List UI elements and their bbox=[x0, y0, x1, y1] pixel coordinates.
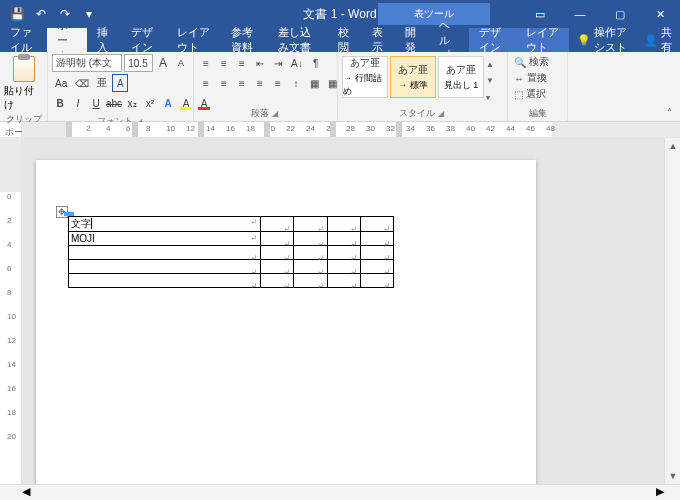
phonetic-guide-button[interactable]: 亜 bbox=[94, 74, 110, 92]
italic-button[interactable]: I bbox=[70, 94, 86, 112]
shading-button[interactable]: ▦ bbox=[306, 74, 322, 92]
table-cell[interactable]: ⤶ bbox=[294, 246, 327, 260]
scroll-up-button[interactable]: ▲ bbox=[665, 138, 680, 154]
table-cell[interactable]: ⤶ bbox=[327, 246, 360, 260]
table-cell[interactable]: ⤶ bbox=[360, 232, 393, 246]
line-spacing-button[interactable]: ↕ bbox=[288, 74, 304, 92]
tab-mailings[interactable]: 差し込み文書 bbox=[268, 28, 328, 52]
table-cell[interactable]: ⤶ bbox=[327, 260, 360, 274]
table-cell[interactable]: ⤶ bbox=[69, 246, 261, 260]
style-heading1[interactable]: あア亜 見出し 1 bbox=[438, 56, 484, 98]
styles-expand[interactable]: ▾ bbox=[486, 93, 498, 102]
strikethrough-button[interactable]: abc bbox=[106, 94, 122, 112]
maximize-button[interactable]: ▢ bbox=[600, 0, 640, 28]
scroll-h-track[interactable] bbox=[30, 485, 656, 500]
minimize-button[interactable]: — bbox=[560, 0, 600, 28]
table-row[interactable]: MOJI⤶⤶⤶⤶⤶ bbox=[69, 232, 394, 246]
replace-button[interactable]: ↔置換 bbox=[512, 70, 563, 86]
table-cell[interactable]: ⤶ bbox=[360, 260, 393, 274]
page[interactable]: ✥ 文字⤶⤶⤶⤶⤶MOJI⤶⤶⤶⤶⤶⤶⤶⤶⤶⤶⤶⤶⤶⤶⤶⤶⤶⤶⤶⤶ bbox=[36, 160, 536, 484]
font-name-combo[interactable]: 游明朝 (本文 bbox=[52, 54, 122, 72]
multilevel-list-button[interactable]: ≡ bbox=[234, 54, 250, 72]
increase-indent-button[interactable]: ⇥ bbox=[270, 54, 286, 72]
table-row[interactable]: ⤶⤶⤶⤶⤶ bbox=[69, 246, 394, 260]
collapse-ribbon-button[interactable]: ˄ bbox=[660, 105, 678, 119]
bullets-button[interactable]: ≡ bbox=[198, 54, 214, 72]
table-row[interactable]: ⤶⤶⤶⤶⤶ bbox=[69, 260, 394, 274]
text-effects-button[interactable]: A bbox=[160, 94, 176, 112]
horizontal-ruler[interactable]: 0246810121416182022242628303234363840424… bbox=[22, 122, 680, 137]
justify-button[interactable]: ≡ bbox=[252, 74, 268, 92]
numbering-button[interactable]: ≡ bbox=[216, 54, 232, 72]
tab-file[interactable]: ファイル bbox=[0, 28, 47, 52]
paragraph-launcher[interactable]: ◢ bbox=[272, 109, 280, 118]
table-row[interactable]: ⤶⤶⤶⤶⤶ bbox=[69, 274, 394, 288]
table-cell[interactable]: ⤶ bbox=[327, 274, 360, 288]
table-cell[interactable]: ⤶ bbox=[294, 274, 327, 288]
tab-review[interactable]: 校閲 bbox=[328, 28, 361, 52]
show-marks-button[interactable]: ¶ bbox=[308, 54, 324, 72]
shrink-font-button[interactable]: A bbox=[173, 54, 189, 72]
table-cell[interactable]: ⤶ bbox=[261, 260, 294, 274]
table-cell[interactable]: MOJI⤶ bbox=[69, 232, 261, 246]
align-right-button[interactable]: ≡ bbox=[234, 74, 250, 92]
save-button[interactable]: 💾 bbox=[6, 3, 28, 25]
styles-scroll-up[interactable]: ▲ bbox=[486, 60, 498, 69]
tab-table-design[interactable]: デザイン bbox=[469, 28, 516, 52]
tab-references[interactable]: 参考資料 bbox=[221, 28, 268, 52]
change-case-button[interactable]: Aa bbox=[52, 74, 70, 92]
style-line-spacing[interactable]: あア亜 → 行間詰め bbox=[342, 56, 388, 98]
styles-scroll-down[interactable]: ▼ bbox=[486, 76, 498, 85]
grow-font-button[interactable]: A bbox=[155, 54, 171, 72]
align-left-button[interactable]: ≡ bbox=[198, 74, 214, 92]
select-button[interactable]: ⬚選択 bbox=[512, 86, 563, 102]
tab-insert[interactable]: 挿入 bbox=[87, 28, 120, 52]
horizontal-scrollbar[interactable]: ◀ ▶ bbox=[0, 484, 680, 500]
tell-me-search[interactable]: 💡 操作アシスト bbox=[569, 28, 636, 52]
tab-layout[interactable]: レイアウト bbox=[167, 28, 221, 52]
table-cell[interactable]: ⤶ bbox=[261, 217, 294, 232]
style-normal[interactable]: あア亜 → 標準 bbox=[390, 56, 436, 98]
ribbon-display-options-button[interactable]: ▭ bbox=[520, 0, 560, 28]
table-cell[interactable]: ⤶ bbox=[294, 232, 327, 246]
font-size-combo[interactable]: 10.5 bbox=[124, 54, 153, 72]
table-cell[interactable]: ⤶ bbox=[261, 232, 294, 246]
document-table[interactable]: 文字⤶⤶⤶⤶⤶MOJI⤶⤶⤶⤶⤶⤶⤶⤶⤶⤶⤶⤶⤶⤶⤶⤶⤶⤶⤶⤶ bbox=[68, 216, 394, 288]
paste-button[interactable]: 貼り付け bbox=[4, 54, 43, 112]
table-cell[interactable]: ⤶ bbox=[327, 232, 360, 246]
table-cell[interactable]: ⤶ bbox=[360, 217, 393, 232]
scroll-track[interactable] bbox=[665, 154, 680, 468]
table-cell[interactable]: ⤶ bbox=[360, 246, 393, 260]
undo-button[interactable]: ↶ bbox=[30, 3, 52, 25]
scroll-down-button[interactable]: ▼ bbox=[665, 468, 680, 484]
highlight-button[interactable]: A bbox=[178, 94, 194, 112]
align-center-button[interactable]: ≡ bbox=[216, 74, 232, 92]
underline-button[interactable]: U bbox=[88, 94, 104, 112]
vertical-scrollbar[interactable]: ▲ ▼ bbox=[664, 138, 680, 484]
distribute-button[interactable]: ≡ bbox=[270, 74, 286, 92]
decrease-indent-button[interactable]: ⇤ bbox=[252, 54, 268, 72]
share-button[interactable]: 👤 共有 bbox=[636, 28, 680, 52]
sort-button[interactable]: A↓ bbox=[288, 54, 306, 72]
table-cell[interactable]: ⤶ bbox=[294, 217, 327, 232]
table-cell[interactable]: 文字⤶ bbox=[69, 217, 261, 232]
scroll-left-button[interactable]: ◀ bbox=[22, 485, 30, 500]
table-cell[interactable]: ⤶ bbox=[261, 246, 294, 260]
table-cell[interactable]: ⤶ bbox=[360, 274, 393, 288]
table-cell[interactable]: ⤶ bbox=[294, 260, 327, 274]
tab-table-layout[interactable]: レイアウト bbox=[516, 28, 570, 52]
table-cell[interactable]: ⤶ bbox=[327, 217, 360, 232]
close-button[interactable]: ✕ bbox=[640, 0, 680, 28]
table-row[interactable]: 文字⤶⤶⤶⤶⤶ bbox=[69, 217, 394, 232]
font-color-button[interactable]: A bbox=[196, 94, 212, 112]
find-button[interactable]: 🔍検索 bbox=[512, 54, 563, 70]
tab-design[interactable]: デザイン bbox=[121, 28, 168, 52]
tab-home[interactable]: ホーム bbox=[47, 28, 87, 52]
table-cell[interactable]: ⤶ bbox=[261, 274, 294, 288]
superscript-button[interactable]: x² bbox=[142, 94, 158, 112]
qat-customize-button[interactable]: ▾ bbox=[78, 3, 100, 25]
character-border-button[interactable]: A bbox=[112, 74, 128, 92]
table-cell[interactable]: ⤶ bbox=[69, 260, 261, 274]
clear-formatting-button[interactable]: ⌫ bbox=[72, 74, 92, 92]
table-cell[interactable]: ⤶ bbox=[69, 274, 261, 288]
